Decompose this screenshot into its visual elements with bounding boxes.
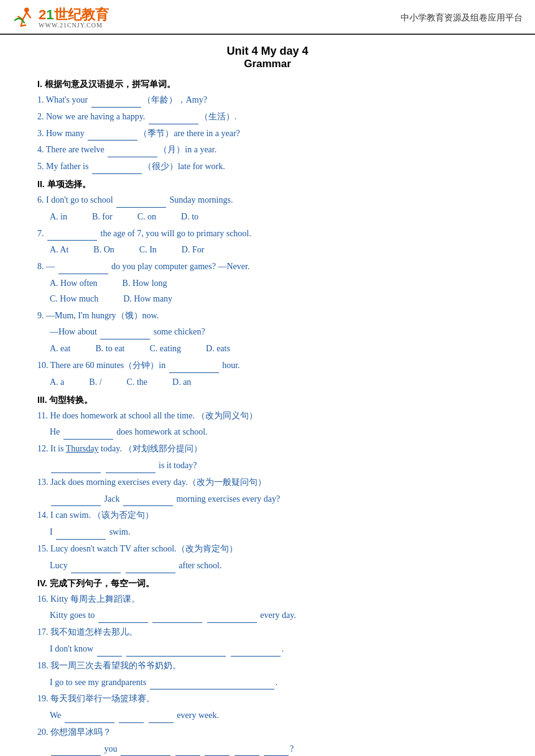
logo-area: 21世纪教育 WWW.21CNJY.COM <box>12 6 109 30</box>
q7-optD[interactable]: D. For <box>182 242 205 257</box>
q19-blank1[interactable] <box>65 713 114 723</box>
q12-blank2[interactable] <box>106 463 156 473</box>
q7: 7. the age of 7, you will go to primary … <box>37 226 498 241</box>
q16-blank2[interactable] <box>152 613 202 623</box>
q1-blank[interactable] <box>91 98 141 108</box>
q14: 14. I can swim. （该为否定句） <box>37 508 498 523</box>
q7-options: A. At B. On C. In D. For <box>50 242 498 257</box>
q8-optA[interactable]: A. How often <box>50 276 98 291</box>
q10-blank[interactable] <box>169 363 219 373</box>
section-III-header: III. 句型转换。 <box>37 395 498 406</box>
q15-blank2[interactable] <box>126 563 175 573</box>
q8-optD[interactable]: D. How many <box>123 292 172 307</box>
q9-blank[interactable] <box>100 330 150 339</box>
q13-blank1[interactable] <box>51 496 101 506</box>
q17-blank3[interactable] <box>231 647 281 657</box>
section-I: I. 根据句意及汉语提示，拼写单词。 1. What's your （年龄），A… <box>37 79 498 174</box>
q20-blank4[interactable] <box>205 746 230 756</box>
q11-blank[interactable] <box>63 430 113 440</box>
q3: 3. How many （季节）are there in a year? <box>37 126 498 141</box>
q5: 5. My father is （很少）late for work. <box>37 159 498 174</box>
q16-en: Kitty goes to every day. <box>50 608 498 623</box>
svg-line-1 <box>23 12 27 19</box>
q9-optB[interactable]: B. to eat <box>95 341 124 356</box>
q5-blank[interactable] <box>92 164 142 174</box>
q7-optC[interactable]: C. In <box>139 242 157 257</box>
q16-blank3[interactable] <box>207 613 257 623</box>
q7-blank[interactable] <box>47 231 97 241</box>
q8-options-row2: C. How much D. How many <box>50 292 498 307</box>
q8-blank[interactable] <box>58 264 108 274</box>
q12-blank1[interactable] <box>51 463 101 473</box>
q1: 1. What's your （年龄），Amy? <box>37 93 498 108</box>
q15-answer: Lucy after school. <box>50 558 498 573</box>
q2-blank[interactable] <box>149 114 198 124</box>
q8-optC[interactable]: C. How much <box>50 292 98 307</box>
q20-blank6[interactable] <box>264 746 289 756</box>
q14-answer: I swim. <box>50 525 498 540</box>
q20-blank1[interactable] <box>51 746 101 756</box>
header-platform-text: 中小学教育资源及组卷应用平台 <box>401 12 523 24</box>
logo-brand: 21世纪教育 <box>39 8 109 22</box>
q19-blank2[interactable] <box>119 713 144 723</box>
section-III: III. 句型转换。 11. He does homework at schoo… <box>37 395 498 573</box>
q11: 11. He does homework at school all the t… <box>37 408 498 423</box>
section-IV-header: IV. 完成下列句子，每空一词。 <box>37 578 498 589</box>
q17-cn: 17. 我不知道怎样去那儿。 <box>37 625 498 640</box>
logo-url: WWW.21CNJY.COM <box>39 22 109 29</box>
q15-blank1[interactable] <box>71 563 121 573</box>
q6-optD[interactable]: D. to <box>181 210 198 224</box>
q20-blank5[interactable] <box>235 746 259 756</box>
q8-options-row1: A. How often B. How long <box>50 276 498 291</box>
title-section: Unit 4 My day 4 Grammar <box>37 45 498 70</box>
q10-options: A. a B. / C. the D. an <box>50 375 498 390</box>
q9-options: A. eat B. to eat C. eating D. eats <box>50 341 498 356</box>
q10-optA[interactable]: A. a <box>50 375 64 390</box>
q10-optB[interactable]: B. / <box>89 375 101 390</box>
q10-optC[interactable]: C. the <box>127 375 147 390</box>
svg-line-4 <box>21 25 26 26</box>
sub-title: Grammar <box>37 58 498 70</box>
q12-underlined: Thursday <box>66 444 99 453</box>
q9-optA[interactable]: A. eat <box>50 341 70 356</box>
q9-optC[interactable]: C. eating <box>149 341 181 356</box>
section-IV: IV. 完成下列句子，每空一词。 16. Kitty 每周去上舞蹈课。 Kitt… <box>37 578 498 756</box>
q17-blank2[interactable] <box>126 647 226 657</box>
q6: 6. I don't go to school Sunday mornings. <box>37 193 498 208</box>
q9-main: 9. —Mum, I'm hungry（饿）now. <box>37 308 498 323</box>
q3-blank[interactable] <box>88 131 137 141</box>
q6-optC[interactable]: C. on <box>137 210 156 224</box>
main-title: Unit 4 My day 4 <box>37 45 498 58</box>
q20-cn: 20. 你想溜早冰吗？ <box>37 725 498 740</box>
q15: 15. Lucy doesn't watch TV after school.（… <box>37 542 498 556</box>
q9-sub: —How about some chicken? <box>50 325 498 339</box>
q9-optD[interactable]: D. eats <box>206 341 230 356</box>
q7-optB[interactable]: B. On <box>93 242 114 257</box>
q17-en: I don't know . <box>50 642 498 657</box>
q13-answer: Jack morning exercises every day? <box>50 492 498 507</box>
q6-optB[interactable]: B. for <box>92 210 113 224</box>
section-I-header: I. 根据句意及汉语提示，拼写单词。 <box>37 79 498 90</box>
section-II: II. 单项选择。 6. I don't go to school Sunday… <box>37 179 498 390</box>
q6-optA[interactable]: A. in <box>50 210 67 224</box>
q18-cn: 18. 我一周三次去看望我的爷爷奶奶。 <box>37 658 498 673</box>
q14-blank[interactable] <box>56 530 106 540</box>
q4-blank[interactable] <box>108 147 157 157</box>
q6-options: A. in B. for C. on D. to <box>50 210 498 224</box>
q10-optD[interactable]: D. an <box>172 375 191 390</box>
q13-blank2[interactable] <box>123 496 173 506</box>
q16-blank1[interactable] <box>98 613 148 623</box>
q7-optA[interactable]: A. At <box>50 242 68 257</box>
q20-blank2[interactable] <box>121 746 170 756</box>
q12-answer: is it today? <box>50 458 498 473</box>
logo-text: 21世纪教育 WWW.21CNJY.COM <box>39 8 109 29</box>
q18-blank[interactable] <box>150 680 274 689</box>
q19-blank3[interactable] <box>149 713 174 723</box>
q8-optB[interactable]: B. How long <box>123 276 167 291</box>
svg-line-5 <box>27 12 30 17</box>
q17-blank1[interactable] <box>97 647 122 657</box>
q6-blank[interactable] <box>116 198 166 208</box>
q2: 2. Now we are having a happy. （生活）. <box>37 109 498 124</box>
logo-icon <box>12 6 36 30</box>
q20-blank3[interactable] <box>175 746 200 756</box>
